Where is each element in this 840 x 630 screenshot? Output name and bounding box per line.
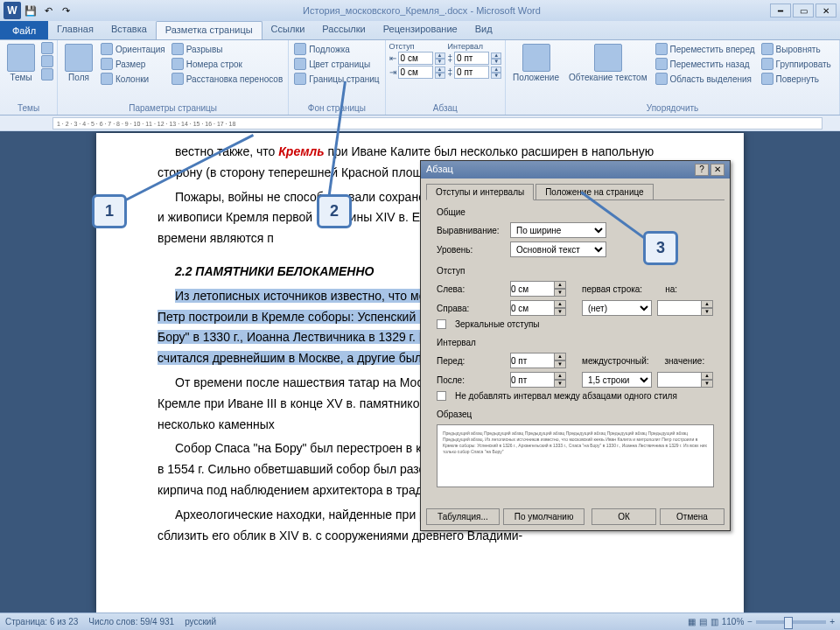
- status-lang[interactable]: русский: [185, 617, 216, 626]
- tab-mailings[interactable]: Рассылки: [313, 21, 374, 39]
- word-icon: W: [4, 2, 21, 19]
- close-button[interactable]: ✕: [816, 4, 836, 18]
- group-arrange: Положение Обтекание текстом Переместить …: [506, 40, 840, 115]
- maximize-button[interactable]: ▭: [793, 4, 814, 18]
- position-button[interactable]: Положение: [509, 42, 563, 102]
- kremlin-word: Кремль: [278, 144, 324, 158]
- after-input[interactable]: ▲▼: [510, 372, 566, 388]
- size-button[interactable]: Размер: [99, 57, 167, 71]
- themes-button[interactable]: Темы: [4, 42, 38, 102]
- tab-insert[interactable]: Вставка: [102, 21, 156, 39]
- firstline-select[interactable]: (нет): [582, 300, 652, 316]
- spacing-after-field[interactable]: ‡▲▼: [448, 66, 502, 79]
- group-page-bg: Подложка Цвет страницы Границы страниц Ф…: [289, 40, 385, 115]
- theme-colors-icon[interactable]: [41, 42, 53, 54]
- bring-forward-button[interactable]: Переместить вперед: [654, 42, 757, 56]
- undo-icon[interactable]: ↶: [40, 3, 56, 18]
- tab-view[interactable]: Вид: [466, 21, 501, 39]
- document-title: История_московского_Кремля_.docx - Micro…: [74, 5, 770, 16]
- default-button[interactable]: По умолчанию: [503, 508, 585, 525]
- tab-page-position[interactable]: Положение на странице: [536, 184, 653, 200]
- hyphenation-button[interactable]: Расстановка переносов: [170, 72, 284, 86]
- section-spacing: Интервал: [437, 338, 714, 347]
- tab-references[interactable]: Ссылки: [262, 21, 314, 39]
- section-general: Общие: [437, 207, 714, 217]
- rotate-button[interactable]: Повернуть: [760, 72, 833, 86]
- indent-left-input[interactable]: ▲▼: [510, 281, 566, 297]
- zoom-out-button[interactable]: −: [747, 617, 752, 626]
- redo-icon[interactable]: ↷: [58, 3, 74, 18]
- save-icon[interactable]: 💾: [23, 3, 38, 18]
- margins-button[interactable]: Поля: [61, 42, 96, 102]
- send-back-button[interactable]: Переместить назад: [654, 57, 757, 71]
- dialog-buttons: Табуляция... По умолчанию ОК Отмена: [421, 503, 730, 530]
- status-page[interactable]: Страница: 6 из 23: [5, 617, 78, 626]
- group-button[interactable]: Группировать: [760, 57, 833, 71]
- close-button[interactable]: ✕: [710, 164, 724, 176]
- dialog-body: Общие Выравнивание:По ширине Уровень:Осн…: [426, 200, 724, 503]
- tabs-button[interactable]: Табуляция...: [426, 508, 500, 525]
- ruler[interactable]: 1 · 2 · 3 · 4 · 5 · 6 · 7 · 8 · 9 · 10 ·…: [52, 117, 822, 130]
- dialog-tabs: Отступы и интервалы Положение на страниц…: [421, 178, 730, 200]
- firstline-by-input[interactable]: ▲▼: [657, 300, 713, 316]
- orientation-button[interactable]: Ориентация: [99, 42, 167, 56]
- window-controls: ━ ▭ ✕: [770, 4, 836, 18]
- tab-home[interactable]: Главная: [48, 21, 102, 39]
- mirror-checkbox[interactable]: [437, 319, 446, 329]
- ruler-area: 1 · 2 · 3 · 4 · 5 · 6 · 7 · 8 · 9 · 10 ·…: [0, 116, 840, 131]
- selection-pane-button[interactable]: Область выделения: [654, 72, 757, 86]
- noadd-checkbox[interactable]: [437, 391, 446, 401]
- indent-right-input[interactable]: ▲▼: [510, 300, 566, 316]
- align-button[interactable]: Выровнять: [760, 42, 833, 56]
- linespacing-value-input[interactable]: ▲▼: [657, 372, 713, 388]
- breaks-button[interactable]: Разрывы: [170, 42, 284, 56]
- theme-fonts-icon[interactable]: [41, 55, 53, 67]
- tab-review[interactable]: Рецензирование: [374, 21, 466, 39]
- indent-left-field[interactable]: ⇤▲▼: [389, 52, 445, 65]
- group-themes: Темы Темы: [0, 40, 58, 115]
- level-select[interactable]: Основной текст: [510, 242, 606, 257]
- dialog-title: Абзац: [426, 164, 453, 176]
- watermark-button[interactable]: Подложка: [292, 42, 381, 56]
- paragraph-dialog: Абзац ?✕ Отступы и интервалы Положение н…: [420, 160, 731, 531]
- quick-access-toolbar: W 💾 ↶ ↷: [4, 2, 74, 19]
- zoom-level[interactable]: 110%: [722, 617, 745, 626]
- callout-3: 3: [643, 231, 678, 265]
- view-web-icon[interactable]: ▥: [710, 617, 718, 626]
- tab-indents[interactable]: Отступы и интервалы: [426, 184, 534, 200]
- page-color-button[interactable]: Цвет страницы: [292, 57, 381, 71]
- status-bar: Страница: 6 из 23 Число слов: 59/4 931 р…: [0, 612, 840, 630]
- title-bar: W 💾 ↶ ↷ История_московского_Кремля_.docx…: [0, 0, 840, 21]
- status-words[interactable]: Число слов: 59/4 931: [88, 617, 174, 626]
- section-preview: Образец: [437, 410, 714, 419]
- section-indent: Отступ: [437, 266, 714, 276]
- view-print-icon[interactable]: ▦: [688, 617, 696, 626]
- tab-page-layout[interactable]: Разметка страницы: [156, 21, 262, 39]
- group-paragraph: Отступ ⇤▲▼ ⇥▲▼ Интервал ‡▲▼ ‡▲▼ Абзац: [386, 40, 507, 115]
- preview-box: Предыдущий абзац Предыдущий абзац Предыд…: [437, 424, 714, 487]
- spacing-before-field[interactable]: ‡▲▼: [448, 52, 502, 65]
- columns-button[interactable]: Колонки: [99, 72, 167, 86]
- before-input[interactable]: ▲▼: [510, 353, 566, 368]
- tab-file[interactable]: Файл: [0, 21, 48, 39]
- minimize-button[interactable]: ━: [770, 4, 791, 18]
- page-borders-button[interactable]: Границы страниц: [292, 72, 381, 86]
- wrap-text-button[interactable]: Обтекание текстом: [565, 42, 651, 102]
- cancel-button[interactable]: Отмена: [660, 508, 724, 525]
- theme-effects-icon[interactable]: [41, 68, 53, 80]
- callout-2: 2: [317, 194, 352, 228]
- callout-1: 1: [92, 194, 127, 228]
- line-numbers-button[interactable]: Номера строк: [170, 57, 284, 71]
- ok-button[interactable]: ОК: [592, 508, 656, 525]
- indent-right-field[interactable]: ⇥▲▼: [389, 66, 445, 79]
- dialog-titlebar[interactable]: Абзац ?✕: [421, 161, 730, 178]
- ribbon: Темы Темы Поля Ориентация Размер Колонки…: [0, 40, 840, 116]
- group-page-setup: Поля Ориентация Размер Колонки Разрывы Н…: [58, 40, 289, 115]
- ribbon-tabs: Файл Главная Вставка Разметка страницы С…: [0, 21, 840, 40]
- view-read-icon[interactable]: ▤: [699, 617, 707, 626]
- linespacing-select[interactable]: 1,5 строки: [582, 372, 652, 388]
- zoom-in-button[interactable]: +: [830, 617, 835, 626]
- help-button[interactable]: ?: [695, 164, 709, 176]
- zoom-slider[interactable]: [756, 620, 826, 624]
- alignment-select[interactable]: По ширине: [510, 222, 606, 238]
